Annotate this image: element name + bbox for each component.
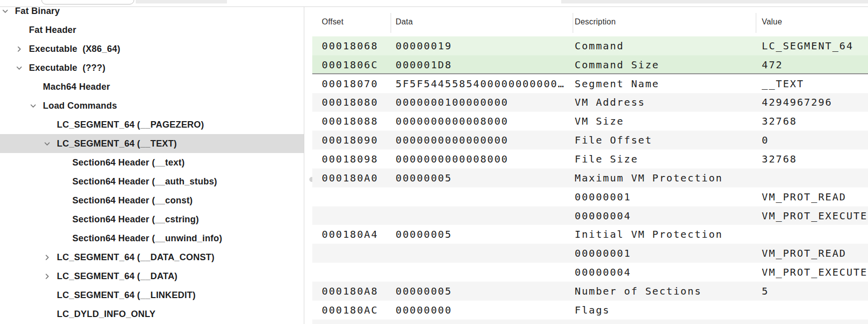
tree-item-label: LC_SEGMENT_64 (__PAGEZERO) [57,120,204,130]
table-row[interactable]: 000180705F5F5445585400000000000…Segment … [312,74,868,93]
tree-item[interactable]: Mach64 Header [0,77,304,96]
table-row[interactable]: 0001806C000001D8Command Size472 [312,55,868,74]
table-row[interactable]: 000180A000000005Maximum VM Protection [312,168,868,187]
chevron-right-icon[interactable] [43,254,57,261]
toolbar-segmented-control-fragment[interactable] [41,0,134,4]
tree-item[interactable]: Section64 Header (__const) [0,191,304,210]
description-cell: 00000004 [575,206,631,225]
tree-item[interactable]: Section64 Header (__text) [0,153,304,172]
value-cell: VM_PROT_READ [762,244,847,263]
data-cell: 0000000000008000 [396,150,508,168]
data-cell: 00000005 [396,282,452,301]
description-cell: Segment Name [575,74,659,93]
tree-item[interactable]: Section64 Header (__auth_stubs) [0,172,304,191]
chevron-down-icon[interactable] [29,102,43,110]
tree-item-label: LC_SEGMENT_64 (__TEXT) [57,139,177,149]
column-header-offset: Offset [322,7,344,36]
tree-item-label: Section64 Header (__unwind_info) [72,233,222,244]
offset-cell: 00018088 [322,112,378,131]
tree-item[interactable]: Section64 Header (__unwind_info) [0,229,304,248]
offset-cell: 000180A4 [322,225,378,244]
tree-item-label: Fat Header [29,25,76,35]
structure-tree-pane: Fat BinaryFat HeaderExecutable (X86_64)E… [0,7,304,324]
tree-item[interactable]: Load Commands [0,96,304,115]
value-cell: 32768 [762,112,797,131]
value-cell: 472 [762,55,783,74]
table-row[interactable]: 000180880000000000008000VM Size32768 [312,112,868,131]
table-row[interactable]: 000180A800000005Number of Sections5 [312,282,868,301]
tree-item-label: Executable (X86_64) [29,44,120,54]
table-subrow[interactable]: 00000001VM_PROT_READ [312,187,868,206]
table-row[interactable]: 000180A400000005Initial VM Protection [312,225,868,244]
chevron-down-icon[interactable] [15,64,29,72]
offset-cell: 00018098 [322,150,378,168]
data-cell: 00000005 [396,168,452,187]
tree-item-label: LC_SEGMENT_64 (__DATA_CONST) [57,252,215,263]
description-cell: Command [575,36,624,55]
table-subrow[interactable]: 00000001VM_PROT_READ [312,244,868,263]
description-cell: Maximum VM Protection [575,168,723,187]
toolbar-strip-left [136,0,227,3]
tree-item[interactable]: LC_SEGMENT_64 (__LINKEDIT) [0,286,304,305]
tree-item[interactable]: LC_DYLD_INFO_ONLY [0,305,304,324]
column-header-value: Value [762,7,782,36]
tree-item-label: Mach64 Header [43,82,110,92]
tree-item-label: Section64 Header (__const) [72,195,193,206]
description-cell: File Size [575,150,638,168]
table-row[interactable]: 000180800000000100000000VM Address429496… [312,93,868,112]
column-resize-handle[interactable] [756,13,756,33]
value-cell: 32768 [762,150,797,168]
description-cell: 00000004 [575,263,631,282]
data-cell: 5F5F5445585400000000000… [396,74,565,93]
tree-item[interactable]: LC_SEGMENT_64 (__DATA) [0,267,304,286]
chevron-right-icon[interactable] [43,273,57,280]
tree-item[interactable]: Executable (???) [0,58,304,77]
toolbar-strip-right [561,0,868,3]
tree-item[interactable]: LC_SEGMENT_64 (__TEXT) [0,134,304,153]
column-resize-handle[interactable] [391,13,391,33]
table-row[interactable]: 0001806800000019CommandLC_SEGMENT_64 [312,36,868,55]
description-cell: File Offset [575,131,652,150]
column-header-description: Description [575,7,616,36]
description-cell: Flags [575,301,610,320]
binary-structure-viewer-window: Fat BinaryFat HeaderExecutable (X86_64)E… [0,0,868,324]
tree-item-label: Fat Binary [15,7,60,16]
chevron-down-icon[interactable] [43,140,57,148]
value-cell: __TEXT [762,74,804,93]
chevron-right-icon[interactable] [15,45,29,53]
tree-item[interactable]: Fat Binary [0,7,304,20]
pane-splitter[interactable] [304,7,304,324]
description-cell: Number of Sections [575,282,702,301]
value-cell: LC_SEGMENT_64 [762,36,854,55]
offset-cell: 000180A8 [322,282,378,301]
tree-item[interactable]: Executable (X86_64) [0,39,304,58]
offset-cell: 00018080 [322,93,378,112]
tree-item[interactable]: LC_SEGMENT_64 (__DATA_CONST) [0,248,304,267]
tree-item[interactable]: Fat Header [0,20,304,39]
column-resize-handle[interactable] [573,13,573,33]
description-cell: 00000001 [575,244,631,263]
table-row[interactable]: 000180AC00000000Flags [312,301,868,320]
tree-item-label: Section64 Header (__cstring) [72,214,199,225]
structure-tree: Fat BinaryFat HeaderExecutable (X86_64)E… [0,7,304,324]
table-header: Offset Data Description Value [312,7,868,36]
table-row[interactable]: 000180980000000000008000File Size32768 [312,150,868,168]
table-subrow[interactable]: 00000004VM_PROT_EXECUTE [312,263,868,282]
table-body: 0001806800000019CommandLC_SEGMENT_640001… [312,36,868,324]
detail-table-pane: Offset Data Description Value 0001806800… [312,7,868,324]
offset-cell: 00018090 [322,131,378,150]
tree-item[interactable]: Section64 Header (__cstring) [0,210,304,229]
table-row[interactable] [312,320,868,324]
table-subrow[interactable]: 00000004VM_PROT_EXECUTE [312,206,868,225]
data-cell: 00000019 [396,36,452,55]
offset-cell: 00018068 [322,36,378,55]
tree-item-label: LC_SEGMENT_64 (__LINKEDIT) [57,290,196,301]
value-cell: VM_PROT_EXECUTE [762,263,868,282]
table-row[interactable]: 000180900000000000000000File Offset0 [312,131,868,150]
offset-cell: 0001806C [322,55,378,74]
chevron-down-icon[interactable] [1,7,15,15]
data-cell: 000001D8 [396,55,452,74]
data-cell: 0000000000008000 [396,112,508,131]
tree-item[interactable]: LC_SEGMENT_64 (__PAGEZERO) [0,115,304,134]
data-cell: 00000005 [396,225,452,244]
